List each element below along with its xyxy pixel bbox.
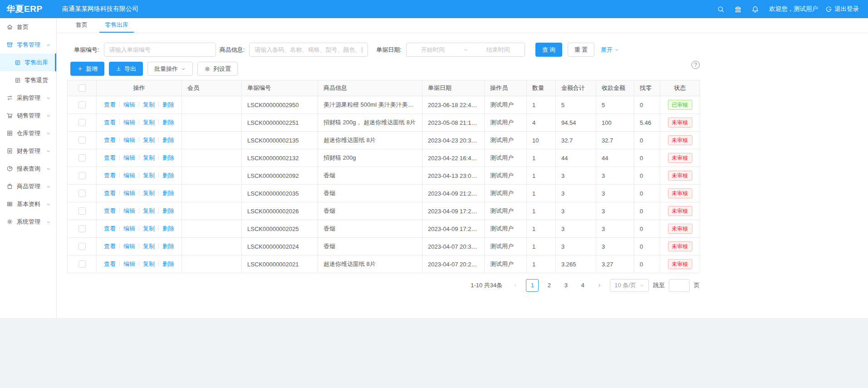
edit-link[interactable]: 编辑 [123, 190, 135, 196]
view-link[interactable]: 查看 [104, 243, 116, 250]
cell-actions: 查看编辑复制删除 [97, 202, 182, 220]
date-range-input[interactable]: 开始时间 ~ 结束时间 [406, 43, 525, 57]
copy-link[interactable]: 复制 [143, 172, 155, 179]
row-checkbox[interactable] [78, 154, 86, 162]
notifications-button[interactable] [746, 0, 764, 18]
delete-link[interactable]: 删除 [162, 101, 174, 108]
page-3-button[interactable]: 3 [559, 279, 572, 292]
tab-retail-out[interactable]: 零售出库 [99, 18, 134, 33]
sidebar-item-report[interactable]: 报表查询 [0, 160, 56, 177]
delete-link[interactable]: 删除 [162, 225, 174, 232]
view-link[interactable]: 查看 [104, 119, 116, 126]
delete-link[interactable]: 删除 [162, 243, 174, 250]
sidebar-item-purchase[interactable]: 采购管理 [0, 89, 56, 107]
status-badge: 未审核 [668, 206, 692, 216]
sidebar-item-retail-out[interactable]: 零售出库 [0, 54, 56, 71]
help-icon[interactable]: ? [691, 61, 700, 69]
expand-filters-link[interactable]: 展开 [601, 46, 619, 54]
sidebar-item-goods[interactable]: 商品管理 [0, 177, 56, 195]
row-checkbox[interactable] [78, 119, 86, 126]
reset-button[interactable]: 重置 [568, 43, 594, 57]
row-checkbox[interactable] [78, 172, 86, 179]
row-checkbox[interactable] [78, 101, 86, 108]
delete-link[interactable]: 删除 [162, 119, 174, 126]
sidebar-item-retail[interactable]: 零售管理 [0, 36, 56, 54]
next-page-button[interactable] [593, 279, 606, 292]
cell-qty: 1 [527, 167, 556, 185]
copy-link[interactable]: 复制 [143, 101, 155, 108]
page-size-select[interactable]: 10 条/页 [610, 279, 649, 292]
view-link[interactable]: 查看 [104, 190, 116, 196]
copy-link[interactable]: 复制 [143, 190, 155, 196]
platform-button[interactable] [729, 0, 746, 18]
copy-link[interactable]: 复制 [143, 119, 155, 126]
delete-link[interactable]: 删除 [162, 154, 174, 161]
copy-link[interactable]: 复制 [143, 243, 155, 250]
view-link[interactable]: 查看 [104, 172, 116, 179]
logout-button[interactable]: 退出登录 [825, 5, 859, 13]
page-1-button[interactable]: 1 [526, 279, 539, 292]
date-separator: ~ [464, 46, 467, 53]
delete-link[interactable]: 删除 [162, 260, 174, 267]
product-info-input[interactable] [249, 43, 368, 57]
copy-link[interactable]: 复制 [143, 137, 155, 143]
edit-link[interactable]: 编辑 [123, 207, 135, 214]
edit-link[interactable]: 编辑 [123, 119, 135, 126]
row-checkbox[interactable] [78, 190, 86, 197]
edit-link[interactable]: 编辑 [123, 137, 135, 143]
search-button[interactable] [712, 0, 729, 18]
add-button[interactable]: 新增 [70, 62, 104, 76]
sidebar-item-finance[interactable]: 财务管理 [0, 142, 56, 160]
bill-no-input[interactable] [104, 43, 216, 57]
column-settings-button[interactable]: 列设置 [197, 62, 238, 76]
link-divider [119, 226, 120, 231]
copy-link[interactable]: 复制 [143, 225, 155, 232]
edit-link[interactable]: 编辑 [123, 101, 135, 108]
edit-link[interactable]: 编辑 [123, 225, 135, 232]
sidebar-item-retail-return[interactable]: 零售退货 [0, 71, 56, 89]
cell-qty: 1 [527, 255, 556, 273]
sidebar-item-basic[interactable]: 基本资料 [0, 195, 56, 213]
sidebar-item-sale[interactable]: 销售管理 [0, 107, 56, 124]
sidebar-item-home[interactable]: 首页 [0, 18, 56, 36]
cell-received: 3 [596, 167, 634, 185]
cell-product: 香烟 [318, 167, 422, 185]
delete-link[interactable]: 删除 [162, 137, 174, 143]
export-button[interactable]: 导出 [109, 62, 143, 76]
link-divider [119, 261, 120, 266]
view-link[interactable]: 查看 [104, 207, 116, 214]
row-checkbox[interactable] [78, 137, 86, 144]
cell-actions: 查看编辑复制删除 [97, 114, 182, 132]
page-4-button[interactable]: 4 [576, 279, 589, 292]
view-link[interactable]: 查看 [104, 260, 116, 267]
delete-link[interactable]: 删除 [162, 172, 174, 179]
cell-operator: 测试用户 [485, 114, 527, 132]
row-checkbox[interactable] [78, 207, 86, 215]
edit-link[interactable]: 编辑 [123, 154, 135, 161]
edit-link[interactable]: 编辑 [123, 243, 135, 250]
row-checkbox[interactable] [78, 260, 86, 268]
view-link[interactable]: 查看 [104, 225, 116, 232]
view-link[interactable]: 查看 [104, 101, 116, 108]
row-checkbox[interactable] [78, 243, 86, 250]
sidebar-item-system[interactable]: 系统管理 [0, 213, 56, 231]
copy-link[interactable]: 复制 [143, 154, 155, 161]
page-2-button[interactable]: 2 [543, 279, 555, 292]
cell-qty: 1 [527, 185, 556, 202]
edit-link[interactable]: 编辑 [123, 260, 135, 267]
search-submit-button[interactable]: 查询 [535, 43, 562, 57]
edit-link[interactable]: 编辑 [123, 172, 135, 179]
tab-home[interactable]: 首页 [70, 18, 93, 33]
jump-page-input[interactable] [669, 279, 690, 292]
select-all-checkbox[interactable] [78, 84, 86, 92]
copy-link[interactable]: 复制 [143, 260, 155, 267]
sidebar-item-warehouse[interactable]: 仓库管理 [0, 124, 56, 142]
copy-link[interactable]: 复制 [143, 207, 155, 214]
delete-link[interactable]: 删除 [162, 190, 174, 196]
row-checkbox[interactable] [78, 225, 86, 232]
delete-link[interactable]: 删除 [162, 207, 174, 214]
view-link[interactable]: 查看 [104, 137, 116, 143]
prev-page-button[interactable] [509, 279, 522, 292]
batch-actions-button[interactable]: 批量操作 [147, 62, 193, 76]
view-link[interactable]: 查看 [104, 154, 116, 161]
